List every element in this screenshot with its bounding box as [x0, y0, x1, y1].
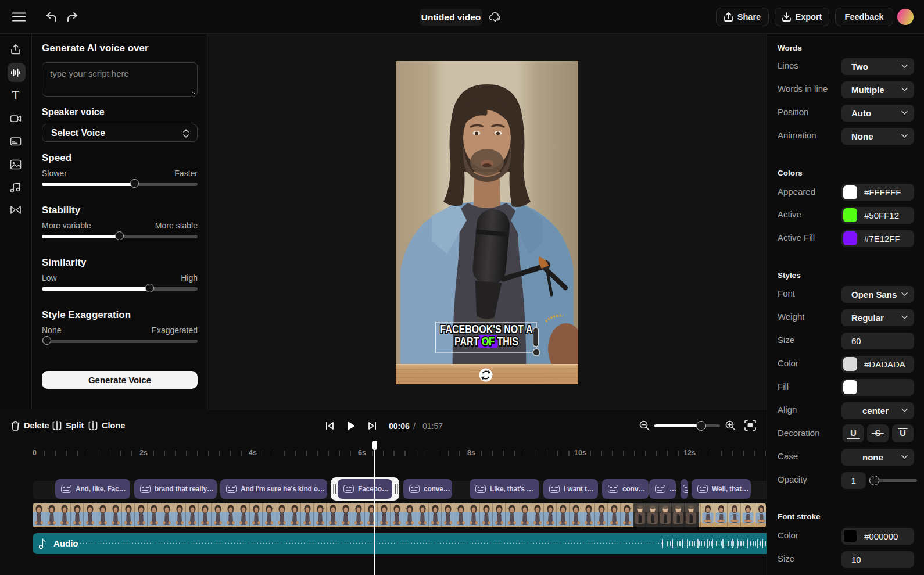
- svg-text:FACEBOOK'S NOT A: FACEBOOK'S NOT A: [440, 323, 533, 335]
- svg-text:OF: OF: [482, 335, 495, 348]
